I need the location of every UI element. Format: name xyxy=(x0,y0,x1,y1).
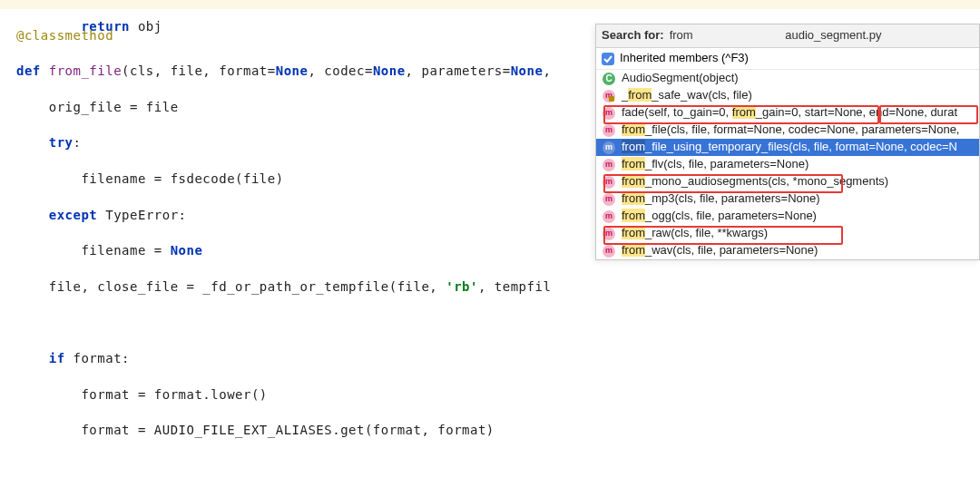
kw-def: def xyxy=(16,63,49,78)
search-query: from xyxy=(670,27,693,44)
popup-item-method[interactable]: m from_mp3(cls, file, parameters=None) xyxy=(596,190,979,208)
item-label: from_file(cls, file, format=None, codec=… xyxy=(622,122,959,138)
method-icon: m xyxy=(603,245,615,258)
search-for-label: Search for: xyxy=(602,27,664,44)
code-line xyxy=(16,314,964,332)
code-line: if format: xyxy=(16,350,964,368)
popup-header: Search for: from audio_segment.py xyxy=(596,24,979,48)
method-icon: m xyxy=(603,141,615,154)
params: (cls, file, format= xyxy=(122,63,276,78)
item-label: AudioSegment(object) xyxy=(622,70,739,86)
structure-search-popup: Search for: from audio_segment.py Inheri… xyxy=(595,24,980,260)
inherited-checkbox-checked[interactable] xyxy=(602,53,614,65)
popup-item-method[interactable]: m from_mono_audiosegments(cls, *mono_seg… xyxy=(596,173,979,190)
item-label: from_mp3(cls, file, parameters=None) xyxy=(622,190,820,207)
item-label: _from_safe_wav(cls, file) xyxy=(622,87,752,103)
code-line: format = format.lower() xyxy=(16,386,964,404)
check-icon xyxy=(603,54,612,63)
popup-item-method[interactable]: m fade(self, to_gain=0, from_gain=0, sta… xyxy=(596,104,979,122)
code-line: format = AUDIO_FILE_EXT_ALIASES.get(form… xyxy=(16,422,964,440)
item-label: from_file_using_temporary_files(cls, fil… xyxy=(622,139,957,155)
popup-item-method[interactable]: m _from_safe_wav(cls, file) xyxy=(596,87,979,104)
fn-name: from_file xyxy=(49,63,122,78)
method-icon: m xyxy=(603,228,615,240)
item-label: from_mono_audiosegments(cls, *mono_segme… xyxy=(622,173,888,190)
popup-item-method[interactable]: m from_wav(cls, file, parameters=None) xyxy=(596,242,979,259)
method-icon: m xyxy=(603,193,615,206)
method-icon: m xyxy=(603,124,615,137)
popup-item-method[interactable]: m from_ogg(cls, file, parameters=None) xyxy=(596,208,979,225)
method-icon: m xyxy=(603,210,615,223)
inherited-members-row[interactable]: Inherited members (^F3) xyxy=(596,48,979,70)
none: None xyxy=(276,63,309,78)
item-label: from_flv(cls, file, parameters=None) xyxy=(622,156,808,172)
method-icon: m xyxy=(603,159,615,171)
popup-item-method[interactable]: m from_raw(cls, file, **kwargs) xyxy=(596,225,979,242)
popup-filename: audio_segment.py xyxy=(785,27,881,44)
code-line: file, close_file = _fd_or_path_or_tempfi… xyxy=(16,278,964,297)
method-icon: m xyxy=(603,90,615,102)
item-label: from_raw(cls, file, **kwargs) xyxy=(622,225,768,241)
popup-item-class[interactable]: C AudioSegment(object) xyxy=(596,70,979,87)
popup-item-method-selected[interactable]: m from_file_using_temporary_files(cls, f… xyxy=(596,139,979,156)
item-label: fade(self, to_gain=0, from_gain=0, start… xyxy=(622,104,957,121)
popup-list: C AudioSegment(object) m _from_safe_wav(… xyxy=(596,70,979,259)
inherited-label: Inherited members (^F3) xyxy=(620,50,749,66)
code-text: obj xyxy=(130,19,162,34)
item-label: from_wav(cls, file, parameters=None) xyxy=(622,242,818,258)
popup-item-method[interactable]: m from_flv(cls, file, parameters=None) xyxy=(596,156,979,173)
item-label: from_ogg(cls, file, parameters=None) xyxy=(622,208,817,224)
method-icon: m xyxy=(603,176,615,189)
class-icon: C xyxy=(603,73,615,85)
popup-item-method[interactable]: m from_file(cls, file, format=None, code… xyxy=(596,122,979,139)
method-icon: m xyxy=(603,107,615,120)
decorator: @classmethod xyxy=(16,28,113,43)
highlighted-line-bg: return obj xyxy=(0,0,980,9)
code-line xyxy=(16,458,964,476)
